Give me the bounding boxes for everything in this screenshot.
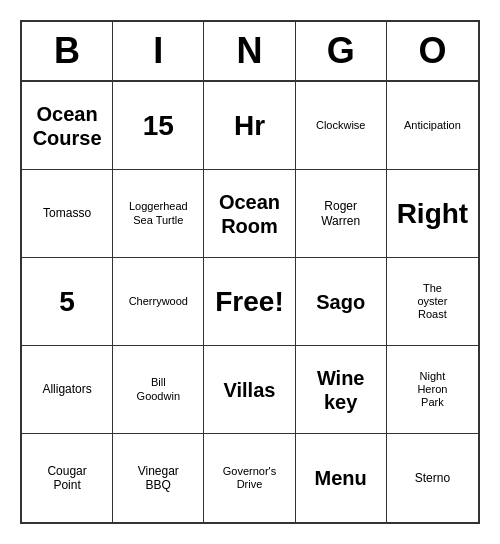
bingo-cell: Free! [204,258,295,346]
cell-text: Tomasso [43,206,91,220]
bingo-cell: Hr [204,82,295,170]
bingo-cell: Villas [204,346,295,434]
cell-text: Anticipation [404,119,461,132]
cell-text: OceanRoom [219,190,280,238]
bingo-cell: 15 [113,82,204,170]
header-letter: B [22,22,113,80]
bingo-cell: NightHeronPark [387,346,478,434]
bingo-card: BINGO OceanCourse15HrClockwiseAnticipati… [20,20,480,524]
cell-text: Clockwise [316,119,366,132]
cell-text: NightHeronPark [417,370,447,410]
cell-text: BillGoodwin [137,376,180,402]
bingo-cell: Right [387,170,478,258]
bingo-cell: OceanCourse [22,82,113,170]
cell-text: Right [397,197,469,231]
cell-text: CougarPoint [47,464,86,493]
bingo-cell: CougarPoint [22,434,113,522]
bingo-cell: Sterno [387,434,478,522]
header-letter: I [113,22,204,80]
cell-text: Governor'sDrive [223,465,276,491]
bingo-cell: 5 [22,258,113,346]
bingo-cell: Alligators [22,346,113,434]
bingo-cell: Clockwise [296,82,387,170]
bingo-grid: OceanCourse15HrClockwiseAnticipationToma… [22,82,478,522]
bingo-cell: Winekey [296,346,387,434]
bingo-cell: BillGoodwin [113,346,204,434]
bingo-cell: OceanRoom [204,170,295,258]
cell-text: OceanCourse [33,102,102,150]
bingo-header: BINGO [22,22,478,82]
bingo-cell: Sago [296,258,387,346]
bingo-cell: VinegarBBQ [113,434,204,522]
bingo-cell: Tomasso [22,170,113,258]
cell-text: Alligators [42,382,91,396]
header-letter: G [296,22,387,80]
cell-text: Sago [316,290,365,314]
header-letter: O [387,22,478,80]
cell-text: TheoysterRoast [417,282,447,322]
cell-text: Winekey [317,366,365,414]
cell-text: 15 [143,109,174,143]
bingo-cell: LoggerheadSea Turtle [113,170,204,258]
bingo-cell: Anticipation [387,82,478,170]
cell-text: RogerWarren [321,199,360,228]
cell-text: VinegarBBQ [138,464,179,493]
cell-text: Hr [234,109,265,143]
bingo-cell: TheoysterRoast [387,258,478,346]
header-letter: N [204,22,295,80]
cell-text: Menu [315,466,367,490]
cell-text: LoggerheadSea Turtle [129,200,188,226]
bingo-cell: Governor'sDrive [204,434,295,522]
bingo-cell: Menu [296,434,387,522]
cell-text: Villas [224,378,276,402]
bingo-cell: Cherrywood [113,258,204,346]
cell-text: Free! [215,285,283,319]
cell-text: Cherrywood [129,295,188,308]
cell-text: 5 [59,285,75,319]
bingo-cell: RogerWarren [296,170,387,258]
cell-text: Sterno [415,471,450,485]
